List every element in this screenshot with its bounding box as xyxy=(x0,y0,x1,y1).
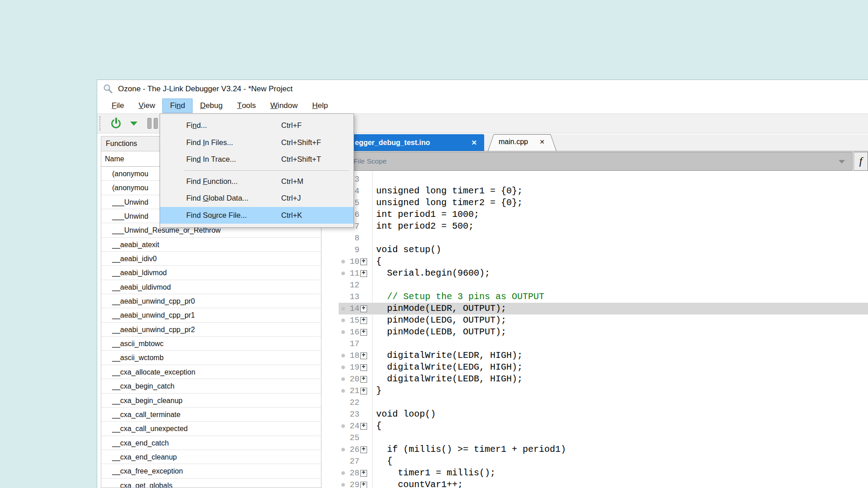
pause-icon[interactable] xyxy=(147,118,158,129)
expand-line-icon[interactable] xyxy=(360,317,367,324)
file-scope-combobox[interactable]: File Scope xyxy=(339,152,853,171)
tab-debug-test-ino[interactable]: egger_debug_test.ino ✕ xyxy=(339,134,484,151)
menu-item-find-in-files[interactable]: Find In Files...Ctrl+Shift+F xyxy=(160,134,354,151)
menu-item-find[interactable]: Find...Ctrl+F xyxy=(160,117,354,134)
code-line[interactable]: 27 { xyxy=(339,455,868,467)
menu-item-find-in-trace[interactable]: Find In Trace...Ctrl+Shift+T xyxy=(160,151,354,168)
code-line[interactable]: 26 if (millis() >= timer1 + period1) xyxy=(339,444,868,455)
menu-bar: FileViewFindDebugToolsWindowHelp xyxy=(97,98,868,113)
breakpoint-dot[interactable] xyxy=(341,377,345,381)
function-list-item[interactable]: __aeabi_uldivmod xyxy=(101,280,321,294)
code-line[interactable]: 25 xyxy=(339,432,868,444)
menu-window[interactable]: Window xyxy=(263,99,305,113)
code-editor[interactable]: 34unsigned long timer1 = {0};5unsigned l… xyxy=(339,171,868,488)
breakpoint-dot[interactable] xyxy=(341,366,345,369)
code-line[interactable]: 16 pinMode(LEDB, OUTPUT); xyxy=(339,326,868,338)
expand-line-icon[interactable] xyxy=(360,364,367,371)
function-list-item[interactable]: __cxa_begin_cleanup xyxy=(101,394,321,408)
code-line[interactable]: 13 // Setup the 3 pins as OUTPUT xyxy=(339,291,868,303)
expand-line-icon[interactable] xyxy=(360,482,367,488)
code-line[interactable]: 22 xyxy=(339,397,868,408)
code-line[interactable]: 9void setup() xyxy=(339,244,868,256)
code-line[interactable]: 20 digitalWrite(LEDB, HIGH); xyxy=(339,373,868,385)
code-line[interactable]: 14 pinMode(LEDR, OUTPUT); xyxy=(339,303,868,314)
breakpoint-dot[interactable] xyxy=(341,354,345,357)
code-text: timer1 = millis(); xyxy=(376,467,495,479)
menu-item-find-source-file[interactable]: Find Source File...Ctrl+K xyxy=(160,207,354,224)
function-list-item[interactable]: __cxa_end_catch xyxy=(101,436,321,450)
toolbar-grip-handle[interactable] xyxy=(99,116,102,131)
expand-line-icon[interactable] xyxy=(360,258,367,265)
expand-line-icon[interactable] xyxy=(360,352,367,359)
function-list-item[interactable]: __cxa_allocate_exception xyxy=(101,365,321,379)
code-line[interactable]: 28 timer1 = millis(); xyxy=(339,467,868,479)
breakpoint-dot[interactable] xyxy=(341,483,345,487)
code-text: // Setup the 3 pins as OUTPUT xyxy=(376,291,544,303)
code-line[interactable]: 21} xyxy=(339,385,868,397)
code-line[interactable]: 24{ xyxy=(339,420,868,432)
breakpoint-dot[interactable] xyxy=(341,330,345,334)
breakpoint-dot[interactable] xyxy=(341,307,345,310)
function-list-item[interactable]: __aeabi_unwind_cpp_pr2 xyxy=(101,323,321,337)
expand-line-icon[interactable] xyxy=(360,376,367,383)
breakpoint-dot[interactable] xyxy=(341,319,345,322)
function-list-item[interactable]: __aeabi_idiv0 xyxy=(101,252,321,266)
code-line[interactable]: 3 xyxy=(339,174,868,185)
code-line[interactable]: 7int period2 = 500; xyxy=(339,221,868,232)
menu-tools[interactable]: Tools xyxy=(230,99,263,113)
function-list-button[interactable]: f xyxy=(854,152,868,171)
code-line[interactable]: 6int period1 = 1000; xyxy=(339,209,868,221)
code-text: { xyxy=(376,455,392,467)
function-list-item[interactable]: __cxa_call_unexpected xyxy=(101,422,321,436)
function-list-item[interactable]: __aeabi_unwind_cpp_pr1 xyxy=(101,308,321,322)
expand-line-icon[interactable] xyxy=(360,423,367,430)
expand-line-icon[interactable] xyxy=(360,270,367,277)
close-tab-icon[interactable]: ✕ xyxy=(467,139,484,147)
code-line[interactable]: 15 pinMode(LEDG, OUTPUT); xyxy=(339,314,868,326)
close-tab-icon[interactable]: ✕ xyxy=(539,138,545,145)
tab-main-cpp[interactable]: main.cpp ✕ xyxy=(488,134,557,151)
expand-line-icon[interactable] xyxy=(360,446,367,453)
function-list-item[interactable]: __cxa_call_terminate xyxy=(101,408,321,422)
function-list-item[interactable]: __cxa_end_cleanup xyxy=(101,450,321,464)
chevron-down-icon[interactable] xyxy=(839,160,845,164)
code-line[interactable]: 12 xyxy=(339,279,868,291)
expand-line-icon[interactable] xyxy=(360,329,367,336)
code-line[interactable]: 5unsigned long timer2 = {0}; xyxy=(339,197,868,209)
function-list-item[interactable]: __ascii_mbtowc xyxy=(101,337,321,351)
breakpoint-dot[interactable] xyxy=(341,448,345,451)
breakpoint-dot[interactable] xyxy=(341,471,345,475)
menu-help[interactable]: Help xyxy=(305,99,335,113)
code-line[interactable]: 8 xyxy=(339,232,868,244)
code-line[interactable]: 10{ xyxy=(339,256,868,267)
function-list-item[interactable]: __aeabi_ldivmod xyxy=(101,266,321,280)
code-line[interactable]: 17 xyxy=(339,338,868,350)
power-button-icon[interactable] xyxy=(110,117,122,130)
function-list-item[interactable]: __aeabi_atexit xyxy=(101,238,321,252)
function-list-item[interactable]: __aeabi_unwind_cpp_pr0 xyxy=(101,294,321,308)
code-line[interactable]: 23void loop() xyxy=(339,408,868,420)
breakpoint-dot[interactable] xyxy=(341,389,345,393)
function-list-item[interactable]: __cxa_begin_catch xyxy=(101,379,321,393)
function-list-item[interactable]: __cxa_get_globals xyxy=(101,479,321,488)
code-line[interactable]: 18 digitalWrite(LEDR, HIGH); xyxy=(339,350,868,361)
code-line[interactable]: 29 countVar1++; xyxy=(339,479,868,488)
menu-item-find-function[interactable]: Find Function...Ctrl+M xyxy=(160,173,354,190)
expand-line-icon[interactable] xyxy=(360,388,367,394)
code-line[interactable]: 11 Serial.begin(9600); xyxy=(339,267,868,279)
expand-line-icon[interactable] xyxy=(360,470,367,477)
breakpoint-dot[interactable] xyxy=(341,424,345,428)
menu-find[interactable]: Find xyxy=(162,99,193,113)
breakpoint-dot[interactable] xyxy=(341,272,345,275)
menu-file[interactable]: File xyxy=(104,99,131,113)
expand-line-icon[interactable] xyxy=(360,305,367,312)
menu-debug[interactable]: Debug xyxy=(193,99,230,113)
menu-item-find-global-data[interactable]: Find Global Data...Ctrl+J xyxy=(160,190,354,207)
function-list-item[interactable]: __cxa_free_exception xyxy=(101,464,321,478)
breakpoint-dot[interactable] xyxy=(341,260,345,263)
code-line[interactable]: 19 digitalWrite(LEDG, HIGH); xyxy=(339,361,868,373)
power-dropdown-icon[interactable] xyxy=(130,122,137,126)
menu-view[interactable]: View xyxy=(131,99,162,113)
code-line[interactable]: 4unsigned long timer1 = {0}; xyxy=(339,185,868,197)
function-list-item[interactable]: __ascii_wctomb xyxy=(101,351,321,365)
